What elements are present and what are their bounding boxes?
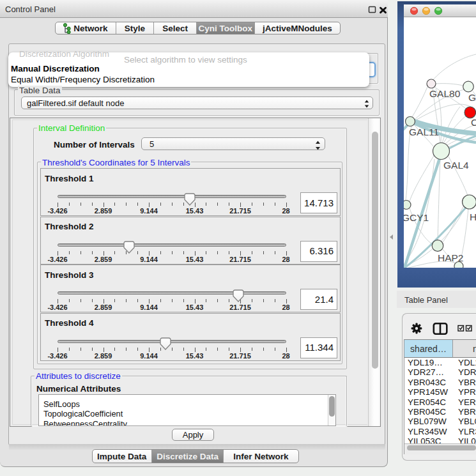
svg-text:GCY1: GCY1 — [404, 212, 429, 223]
svg-text:HAP2: HAP2 — [438, 252, 464, 263]
svg-text:H: H — [470, 211, 476, 222]
svg-text:GA: GA — [468, 92, 476, 103]
svg-text:GAL4: GAL4 — [443, 160, 469, 171]
svg-text:GAL11: GAL11 — [409, 127, 439, 137]
svg-text:GAL80: GAL80 — [429, 88, 461, 99]
svg-text:C: C — [471, 117, 476, 128]
